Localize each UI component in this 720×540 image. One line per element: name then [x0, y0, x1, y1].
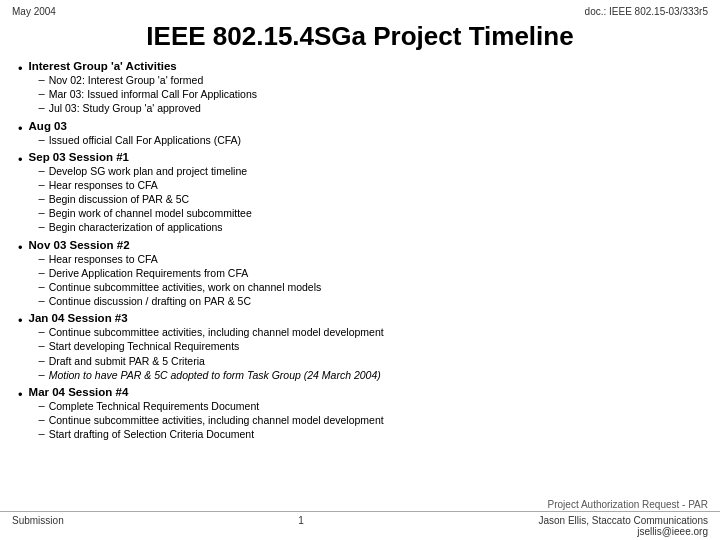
list-item: –Develop SG work plan and project timeli…: [39, 164, 702, 178]
section-4: •Jan 04 Session #3–Continue subcommittee…: [18, 312, 702, 382]
list-item: –Mar 03: Issued informal Call For Applic…: [39, 87, 702, 101]
list-item: –Complete Technical Requirements Documen…: [39, 399, 702, 413]
dash-icon: –: [39, 413, 45, 425]
list-item-text: Continue subcommittee activities, includ…: [49, 413, 384, 427]
section-3: •Nov 03 Session #2–Hear responses to CFA…: [18, 239, 702, 309]
list-item-text: Nov 02: Interest Group 'a' formed: [49, 73, 204, 87]
section-title-1: Aug 03: [29, 120, 702, 132]
section-content-4: Jan 04 Session #3–Continue subcommittee …: [29, 312, 702, 382]
list-item-text: Jul 03: Study Group 'a' approved: [49, 101, 201, 115]
sub-items-1: –Issued official Call For Applications (…: [39, 133, 702, 147]
section-content-2: Sep 03 Session #1–Develop SG work plan a…: [29, 151, 702, 235]
dash-icon: –: [39, 427, 45, 439]
list-item: –Continue subcommittee activities, inclu…: [39, 325, 702, 339]
list-item-text: Complete Technical Requirements Document: [49, 399, 260, 413]
list-item: –Hear responses to CFA: [39, 252, 702, 266]
dash-icon: –: [39, 206, 45, 218]
bullet-icon: •: [18, 313, 23, 328]
footer: Project Authorization Request - PAR Subm…: [0, 499, 720, 540]
list-item-text: Mar 03: Issued informal Call For Applica…: [49, 87, 257, 101]
section-content-1: Aug 03–Issued official Call For Applicat…: [29, 120, 702, 147]
section-2: •Sep 03 Session #1–Develop SG work plan …: [18, 151, 702, 235]
sub-items-0: –Nov 02: Interest Group 'a' formed–Mar 0…: [39, 73, 702, 116]
list-item: –Begin work of channel model subcommitte…: [39, 206, 702, 220]
list-item-text: Draft and submit PAR & 5 Criteria: [49, 354, 205, 368]
section-5: •Mar 04 Session #4–Complete Technical Re…: [18, 386, 702, 442]
list-item-text: Begin work of channel model subcommittee: [49, 206, 252, 220]
section-title-2: Sep 03 Session #1: [29, 151, 702, 163]
section-content-5: Mar 04 Session #4–Complete Technical Req…: [29, 386, 702, 442]
list-item: –Begin discussion of PAR & 5C: [39, 192, 702, 206]
dash-icon: –: [39, 294, 45, 306]
header-right: doc.: IEEE 802.15-03/333r5: [585, 6, 708, 17]
dash-icon: –: [39, 220, 45, 232]
page-title: IEEE 802.15.4SGa Project Timeline: [0, 19, 720, 60]
dash-icon: –: [39, 280, 45, 292]
list-item: –Continue subcommittee activities, inclu…: [39, 413, 702, 427]
footer-right: Jason Ellis, Staccato Communicationsjsel…: [538, 515, 708, 537]
list-item: –Continue discussion / drafting on PAR &…: [39, 294, 702, 308]
dash-icon: –: [39, 87, 45, 99]
dash-icon: –: [39, 354, 45, 366]
dash-icon: –: [39, 192, 45, 204]
dash-icon: –: [39, 339, 45, 351]
sub-items-4: –Continue subcommittee activities, inclu…: [39, 325, 702, 382]
sub-items-3: –Hear responses to CFA–Derive Applicatio…: [39, 252, 702, 309]
list-item: –Hear responses to CFA: [39, 178, 702, 192]
sub-items-2: –Develop SG work plan and project timeli…: [39, 164, 702, 235]
list-item: –Start drafting of Selection Criteria Do…: [39, 427, 702, 441]
dash-icon: –: [39, 252, 45, 264]
dash-icon: –: [39, 368, 45, 380]
bullet-icon: •: [18, 152, 23, 167]
footer-bottom: Submission 1 Jason Ellis, Staccato Commu…: [0, 511, 720, 540]
list-item-text: Hear responses to CFA: [49, 178, 158, 192]
list-item-text: Motion to have PAR & 5C adopted to form …: [49, 368, 381, 382]
list-item: –Issued official Call For Applications (…: [39, 133, 702, 147]
par-label: Project Authorization Request - PAR: [0, 499, 720, 510]
dash-icon: –: [39, 178, 45, 190]
list-item-text: Issued official Call For Applications (C…: [49, 133, 241, 147]
section-1: •Aug 03–Issued official Call For Applica…: [18, 120, 702, 147]
list-item: –Jul 03: Study Group 'a' approved: [39, 101, 702, 115]
section-title-3: Nov 03 Session #2: [29, 239, 702, 251]
dash-icon: –: [39, 399, 45, 411]
dash-icon: –: [39, 325, 45, 337]
section-0: •Interest Group 'a' Activities–Nov 02: I…: [18, 60, 702, 116]
list-item-text: Hear responses to CFA: [49, 252, 158, 266]
dash-icon: –: [39, 266, 45, 278]
content-area: •Interest Group 'a' Activities–Nov 02: I…: [0, 60, 720, 441]
list-item-text: Derive Application Requirements from CFA: [49, 266, 249, 280]
list-item-text: Begin discussion of PAR & 5C: [49, 192, 189, 206]
header-left: May 2004: [12, 6, 56, 17]
list-item-text: Start developing Technical Requirements: [49, 339, 240, 353]
section-title-4: Jan 04 Session #3: [29, 312, 702, 324]
list-item: –Start developing Technical Requirements: [39, 339, 702, 353]
list-item-text: Start drafting of Selection Criteria Doc…: [49, 427, 254, 441]
list-item: –Derive Application Requirements from CF…: [39, 266, 702, 280]
footer-center: 1: [298, 515, 304, 537]
bullet-icon: •: [18, 121, 23, 136]
dash-icon: –: [39, 133, 45, 145]
list-item-text: Begin characterization of applications: [49, 220, 223, 234]
list-item-text: Continue discussion / drafting on PAR & …: [49, 294, 251, 308]
section-title-5: Mar 04 Session #4: [29, 386, 702, 398]
dash-icon: –: [39, 101, 45, 113]
list-item: –Draft and submit PAR & 5 Criteria: [39, 354, 702, 368]
list-item: –Continue subcommittee activities, work …: [39, 280, 702, 294]
sub-items-5: –Complete Technical Requirements Documen…: [39, 399, 702, 442]
bullet-icon: •: [18, 387, 23, 402]
section-title-0: Interest Group 'a' Activities: [29, 60, 702, 72]
dash-icon: –: [39, 73, 45, 85]
list-item-text: Continue subcommittee activities, includ…: [49, 325, 384, 339]
list-item: –Begin characterization of applications: [39, 220, 702, 234]
list-item: –Nov 02: Interest Group 'a' formed: [39, 73, 702, 87]
list-item-text: Develop SG work plan and project timelin…: [49, 164, 247, 178]
list-item-text: Continue subcommittee activities, work o…: [49, 280, 322, 294]
dash-icon: –: [39, 164, 45, 176]
section-content-3: Nov 03 Session #2–Hear responses to CFA–…: [29, 239, 702, 309]
bullet-icon: •: [18, 61, 23, 76]
section-content-0: Interest Group 'a' Activities–Nov 02: In…: [29, 60, 702, 116]
list-item: –Motion to have PAR & 5C adopted to form…: [39, 368, 702, 382]
bullet-icon: •: [18, 240, 23, 255]
footer-left: Submission: [12, 515, 64, 537]
